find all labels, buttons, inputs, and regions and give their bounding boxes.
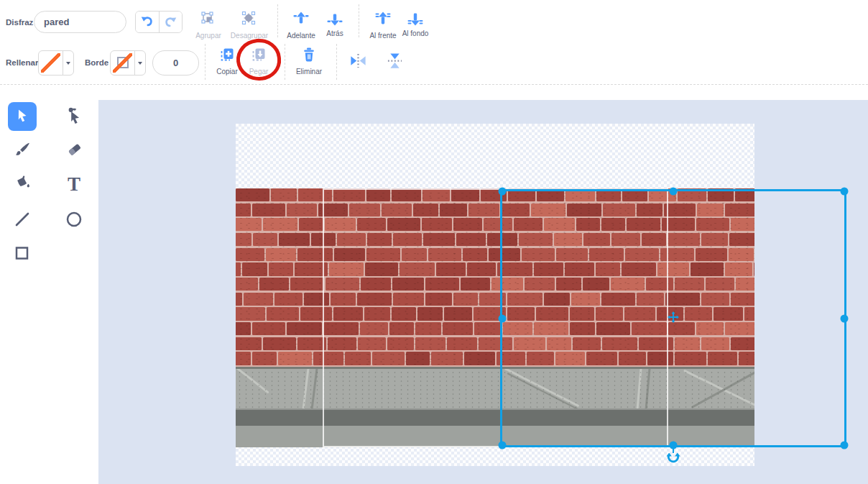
delete-label: Eliminar [296, 68, 322, 76]
reshape-tool-button[interactable] [60, 102, 88, 131]
brick [464, 352, 495, 365]
back-button[interactable]: Al fondo [392, 10, 438, 37]
outline-color-swatch[interactable] [110, 50, 146, 76]
brick [236, 322, 251, 335]
delete-button[interactable]: Eliminar [286, 46, 332, 76]
tool-palette: T [0, 85, 98, 484]
flip-horizontal-icon [348, 51, 368, 73]
back-icon [407, 10, 424, 27]
backward-button[interactable]: Atrás [312, 10, 358, 37]
outline-width-input[interactable] [152, 50, 199, 76]
brick [400, 262, 435, 275]
copy-icon [218, 46, 236, 65]
brick [328, 337, 356, 350]
brick [444, 307, 472, 320]
eraser-tool-button[interactable] [60, 136, 88, 165]
brick [382, 204, 412, 216]
brick [236, 233, 251, 246]
brick [236, 278, 258, 291]
backward-label: Atrás [326, 29, 343, 37]
brick [236, 352, 251, 365]
brick [326, 278, 359, 291]
undo-button[interactable] [136, 12, 159, 32]
brick [415, 337, 445, 350]
select-tool-button[interactable] [8, 102, 37, 131]
selection-box[interactable] [500, 189, 846, 447]
rotation-handle[interactable] [666, 445, 680, 466]
brick [299, 218, 323, 231]
brick [415, 322, 441, 335]
brick [304, 293, 329, 306]
backward-icon [326, 10, 343, 27]
brick [474, 322, 502, 335]
brick [425, 278, 459, 291]
brick [372, 352, 405, 365]
brick [431, 352, 463, 365]
brick [333, 307, 363, 320]
ungroup-button[interactable]: Desagrupar [226, 10, 272, 40]
move-crosshair-icon[interactable] [668, 311, 680, 326]
fill-no-color-icon [39, 51, 63, 75]
outline-no-color-icon [111, 51, 134, 75]
forward-icon [292, 10, 310, 29]
brick [318, 204, 348, 216]
canvas-workspace[interactable] [98, 100, 868, 484]
paste-icon [250, 46, 267, 65]
brick [236, 248, 264, 261]
brick [236, 262, 241, 275]
brick [242, 262, 267, 275]
brush-tool-button[interactable] [8, 136, 37, 165]
brick [236, 307, 265, 320]
selection-handle-middle-right[interactable] [841, 314, 849, 322]
circle-tool-button[interactable] [60, 206, 88, 234]
brick [236, 218, 262, 231]
brick [266, 248, 296, 261]
brick [345, 352, 371, 365]
brick [451, 188, 479, 201]
selection-handle-top-middle[interactable] [670, 188, 678, 196]
ungroup-icon [241, 10, 258, 29]
brick [428, 248, 461, 261]
brick [334, 248, 365, 261]
selection-handle-middle-left[interactable] [499, 314, 507, 322]
paste-button[interactable]: Pegar [236, 46, 282, 76]
brick [366, 188, 390, 201]
brick [298, 188, 332, 201]
line-tool-button[interactable] [8, 206, 37, 234]
selection-handle-bottom-left[interactable] [499, 442, 507, 449]
brush-icon [14, 140, 32, 160]
selection-handle-bottom-right[interactable] [841, 442, 849, 449]
fill-swatch-caret[interactable] [63, 51, 73, 75]
outline-label: Borde [85, 58, 108, 67]
brick [287, 322, 322, 335]
brick [297, 248, 333, 261]
brick [467, 262, 496, 275]
brick [423, 233, 455, 246]
brick [253, 233, 277, 246]
brick [236, 293, 242, 306]
brick [387, 218, 420, 231]
fill-color-swatch[interactable] [38, 50, 74, 76]
redo-button[interactable] [159, 12, 183, 32]
brick [278, 352, 312, 365]
selection-handle-top-left[interactable] [499, 188, 507, 196]
flip-vertical-button[interactable] [373, 51, 416, 73]
brick [413, 204, 438, 216]
brick [236, 188, 269, 201]
pointer-arrow-icon [14, 107, 31, 127]
selection-handle-top-right[interactable] [841, 188, 849, 196]
eraser-icon [65, 140, 83, 160]
brick [349, 204, 380, 216]
outline-swatch-caret[interactable] [134, 51, 145, 75]
text-tool-button[interactable]: T [60, 170, 88, 198]
brick [331, 293, 356, 306]
brick [252, 322, 285, 335]
redo-icon [164, 15, 177, 29]
rectangle-tool-button[interactable] [8, 239, 37, 268]
brick [425, 293, 452, 306]
group-button[interactable]: Agrupar [185, 10, 231, 40]
brick [453, 293, 478, 306]
costume-name-input[interactable] [34, 11, 126, 33]
fill-tool-button[interactable] [8, 170, 37, 198]
brick [456, 233, 486, 246]
